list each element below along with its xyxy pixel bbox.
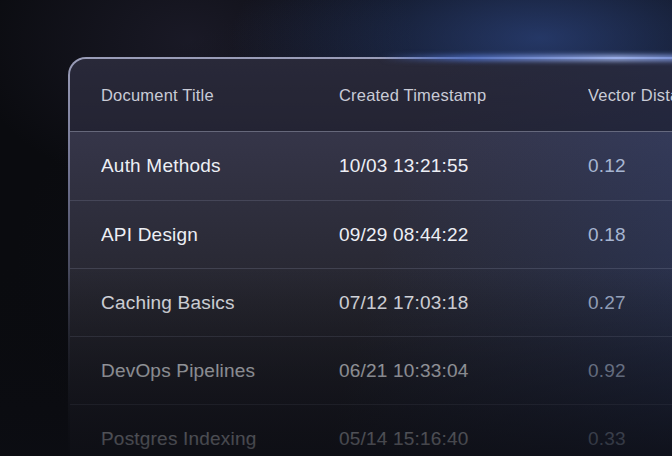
documents-table-card: Document Title Created Timestamp Vector … — [68, 57, 672, 456]
column-header-document-title: Document Title — [101, 86, 339, 105]
table-row[interactable]: Caching Basics 07/12 17:03:18 0.27 — [70, 268, 672, 336]
document-title-cell: DevOps Pipelines — [101, 360, 339, 382]
vector-distance-cell: 0.18 — [588, 224, 672, 246]
vector-distance-cell: 0.27 — [588, 292, 672, 314]
document-title-cell: Postgres Indexing — [101, 428, 339, 450]
table-row[interactable]: API Design 09/29 08:44:22 0.18 — [70, 200, 672, 268]
vector-distance-cell: 0.12 — [588, 155, 672, 177]
table-body: Auth Methods 10/03 13:21:55 0.12 API Des… — [70, 132, 672, 456]
created-timestamp-cell: 07/12 17:03:18 — [339, 292, 588, 314]
created-timestamp-cell: 05/14 15:16:40 — [339, 428, 588, 450]
table-row[interactable]: Postgres Indexing 05/14 15:16:40 0.33 — [70, 404, 672, 456]
table-header-row: Document Title Created Timestamp Vector … — [70, 59, 672, 132]
documents-table: Document Title Created Timestamp Vector … — [70, 59, 672, 456]
created-timestamp-cell: 06/21 10:33:04 — [339, 360, 588, 382]
vector-distance-cell: 0.92 — [588, 360, 672, 382]
table-row[interactable]: DevOps Pipelines 06/21 10:33:04 0.92 — [70, 336, 672, 404]
document-title-cell: Auth Methods — [101, 155, 339, 177]
document-title-cell: API Design — [101, 224, 339, 246]
created-timestamp-cell: 09/29 08:44:22 — [339, 224, 588, 246]
vector-distance-cell: 0.33 — [588, 428, 672, 450]
created-timestamp-cell: 10/03 13:21:55 — [339, 155, 588, 177]
table-row[interactable]: Auth Methods 10/03 13:21:55 0.12 — [70, 132, 672, 200]
document-title-cell: Caching Basics — [101, 292, 339, 314]
column-header-vector-distance: Vector Distance — [588, 86, 672, 105]
column-header-created-timestamp: Created Timestamp — [339, 86, 588, 105]
page-background: Document Title Created Timestamp Vector … — [0, 0, 672, 456]
